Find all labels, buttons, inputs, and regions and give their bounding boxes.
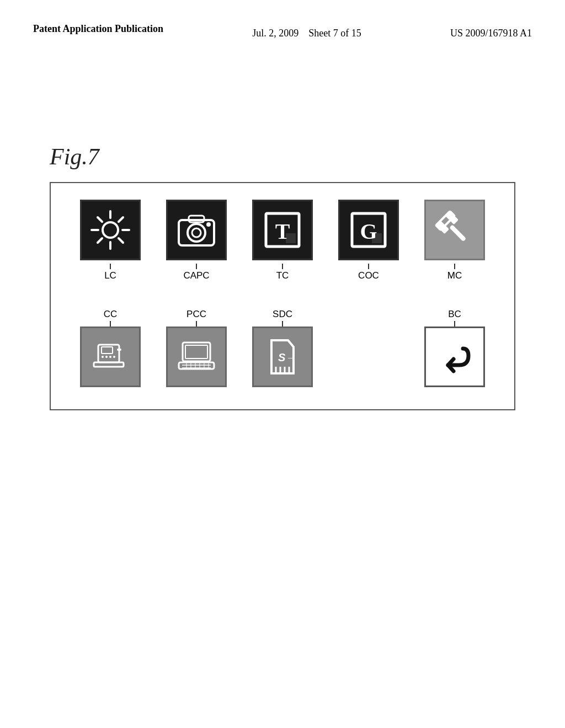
lc-icon — [88, 208, 132, 252]
svg-rect-31 — [117, 349, 121, 351]
svg-point-0 — [103, 222, 118, 238]
coc-label: COC — [358, 270, 379, 281]
mc-label-assembly: MC — [447, 264, 462, 281]
svg-line-6 — [119, 238, 123, 243]
pcc-icon-box — [166, 326, 227, 387]
tc-label-assembly: TC — [276, 264, 289, 281]
svg-text:G: G — [360, 219, 377, 244]
svg-rect-20 — [449, 224, 466, 242]
capc-icon-box — [166, 200, 227, 260]
pcc-label-above: PCC — [186, 309, 206, 326]
sdc-label: SDC — [273, 309, 292, 320]
publication-number: US 2009/167918 A1 — [450, 22, 532, 40]
mc-icon-box — [424, 200, 485, 260]
tc-label: TC — [276, 270, 289, 281]
svg-rect-26 — [94, 362, 124, 367]
capc-label-assembly: CAPC — [183, 264, 209, 281]
publication-title: Patent Application Publication — [33, 22, 163, 36]
svg-point-10 — [188, 224, 205, 242]
mc-label: MC — [447, 270, 462, 281]
bc-item: BC — [412, 309, 498, 387]
svg-text:→: → — [286, 352, 296, 363]
sdc-icon: S → — [260, 335, 305, 379]
cc-label: CC — [104, 309, 118, 320]
coc-item: G COC — [326, 200, 412, 281]
pcc-label: PCC — [186, 309, 206, 320]
capc-item: CAPC — [153, 200, 239, 281]
sdc-icon-box: S → — [252, 326, 313, 387]
bc-label: BC — [448, 309, 461, 320]
svg-point-11 — [192, 228, 201, 237]
publication-date: Jul. 2, 2009 — [252, 28, 299, 39]
svg-rect-33 — [185, 345, 207, 358]
sdc-item: SDC S → — [239, 309, 326, 387]
pcc-icon — [174, 335, 218, 379]
svg-line-8 — [98, 238, 102, 243]
mc-icon — [433, 208, 477, 252]
cc-item: CC — [67, 309, 153, 387]
tc-item: T TC — [239, 200, 326, 281]
lc-icon-box — [80, 200, 141, 260]
lc-label: LC — [104, 270, 116, 281]
sdc-label-above: SDC — [273, 309, 292, 326]
figure-label: Fig.7 — [50, 143, 99, 170]
coc-icon-box: G — [338, 200, 399, 260]
tc-icon: T — [260, 208, 305, 252]
cc-icon — [88, 335, 132, 379]
svg-point-29 — [109, 356, 111, 358]
svg-text:S: S — [278, 351, 286, 363]
top-icon-row: LC CAPC — [67, 200, 498, 281]
bc-icon-box — [424, 326, 485, 387]
svg-line-5 — [98, 217, 102, 222]
pcc-item: PCC — [153, 309, 239, 387]
capc-icon — [174, 208, 218, 252]
cc-icon-box — [80, 326, 141, 387]
tc-icon-box: T — [252, 200, 313, 260]
coc-label-assembly: COC — [358, 264, 379, 281]
lc-label-assembly: LC — [104, 264, 116, 281]
publication-date-sheet: Jul. 2, 2009 Sheet 7 of 15 — [252, 22, 361, 40]
svg-point-13 — [206, 222, 211, 227]
cc-label-above: CC — [104, 309, 118, 326]
coc-icon: G — [347, 208, 391, 252]
svg-rect-25 — [102, 347, 113, 354]
svg-line-7 — [119, 217, 123, 222]
svg-point-27 — [102, 356, 104, 358]
bc-icon — [433, 335, 477, 379]
page-header: Patent Application Publication Jul. 2, 2… — [0, 0, 565, 40]
lc-item: LC — [67, 200, 153, 281]
svg-point-28 — [105, 356, 108, 358]
capc-label: CAPC — [183, 270, 209, 281]
svg-point-30 — [113, 356, 115, 358]
bc-label-above: BC — [448, 309, 461, 326]
diagram-container: LC CAPC — [50, 182, 515, 410]
bottom-icon-row: CC — [67, 309, 498, 387]
svg-text:T: T — [275, 219, 290, 244]
mc-item: MC — [412, 200, 498, 281]
sheet-info: Sheet 7 of 15 — [308, 28, 361, 39]
